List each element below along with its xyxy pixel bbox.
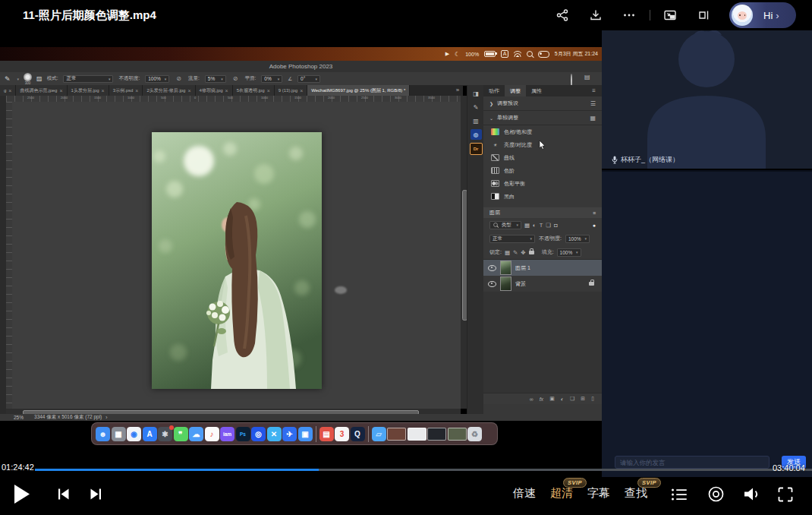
grid-view-icon[interactable]: ▦ (590, 115, 596, 122)
photo-document[interactable] (152, 132, 322, 389)
adjustment-item[interactable]: 黑白 (483, 190, 602, 203)
layer-row[interactable]: 图层 1 (483, 260, 602, 276)
ps-document-tab[interactable]: 5衣服透明.jpg× (233, 85, 275, 96)
ps-document-tab[interactable]: 曲线调色示范.jpeg× (16, 85, 67, 96)
subtitle-button[interactable]: 字幕 (587, 486, 610, 501)
participant-video-area[interactable] (602, 30, 812, 169)
tab-close-icon[interactable]: × (225, 88, 228, 93)
quality-button[interactable]: 超清SVIP (550, 486, 573, 501)
tab-close-icon[interactable]: × (59, 88, 62, 93)
input-source[interactable]: A (501, 47, 508, 61)
toggle-brush-panel-icon[interactable]: ▨ (36, 75, 42, 82)
dock-trash[interactable]: ♻ (467, 427, 482, 441)
speed-button[interactable]: 倍速 (513, 486, 536, 501)
dock-launchpad[interactable]: ▦ (112, 427, 126, 441)
chat-input[interactable] (615, 456, 770, 469)
zoom-level[interactable]: 25% (14, 415, 24, 420)
screen-record-icon[interactable]: ▶ (445, 47, 449, 61)
menubar-clock[interactable]: 5月3日 周五 21:24 (555, 47, 598, 61)
dock-red-app[interactable]: ▤ (319, 427, 334, 441)
option-value-select[interactable]: 0%▾ (261, 75, 282, 83)
tab-close-icon[interactable]: × (135, 88, 138, 93)
dock-window-photo-1[interactable] (387, 428, 406, 441)
tab-close-icon[interactable]: × (8, 88, 11, 93)
progress-bar[interactable] (35, 469, 812, 471)
dock-x-app[interactable]: ✕ (267, 427, 282, 441)
option-value-select[interactable]: 5%▾ (205, 75, 226, 83)
tab-close-icon[interactable]: × (267, 88, 270, 93)
dock-window-photo-2[interactable] (448, 428, 467, 441)
control-center-icon[interactable] (538, 47, 549, 61)
dock-safari[interactable]: ◉ (127, 427, 141, 441)
vertical-scrollbar[interactable] (461, 96, 467, 409)
brush-tool-icon[interactable]: ✎ (5, 75, 11, 83)
lock-position-icon[interactable]: ✥ (521, 249, 525, 256)
filter-adjustment-icon[interactable]: ◐ (533, 222, 537, 229)
tab-close-icon[interactable]: × (187, 88, 190, 93)
adjustment-item[interactable]: 色彩平衡 (483, 177, 602, 190)
new-layer-icon[interactable]: ⊞ (581, 396, 585, 402)
chat-area[interactable] (602, 170, 812, 479)
dock-keynote[interactable]: ▣ (298, 427, 313, 441)
dock-app-store[interactable]: A (143, 427, 157, 441)
filter-type-icon[interactable]: T (540, 222, 543, 229)
dock-system-settings[interactable]: ✱ (158, 427, 172, 441)
adjustment-item[interactable]: 曲线 (483, 151, 602, 164)
dock-iam-app[interactable]: iam (220, 427, 234, 441)
single-adjust-row[interactable]: ⌄ 单独调整 ▦ (483, 111, 602, 125)
camera-raw-icon[interactable]: ◍ (471, 129, 482, 140)
horizontal-scrollbar[interactable] (6, 409, 461, 414)
panel-tab-调整[interactable]: 调整 (505, 85, 526, 96)
ps-document-tab[interactable]: g× (0, 85, 16, 96)
dock-folder[interactable]: ▱ (372, 427, 386, 441)
lock-transparent-icon[interactable]: ▦ (505, 249, 510, 256)
account-button[interactable]: Hi › (729, 2, 796, 28)
moon-icon[interactable]: ☾ (455, 47, 460, 61)
filter-shape-icon[interactable]: ❏ (546, 222, 551, 229)
dock-target-app[interactable]: ◎ (251, 427, 266, 441)
ps-document-tab[interactable]: 4修瑕疵.jpg× (196, 85, 233, 96)
tab-close-icon[interactable]: × (102, 88, 105, 93)
dock-music-app[interactable]: ♪ (205, 427, 219, 441)
panel-menu-icon[interactable]: ≡ (592, 87, 602, 94)
workspace-switcher-icon[interactable]: ▤ (584, 74, 590, 81)
list-view-icon[interactable]: ☰ (590, 100, 596, 107)
link-layers-icon[interactable]: ∞ (530, 397, 533, 402)
visibility-eye-icon[interactable] (488, 265, 496, 271)
lock-all-icon[interactable] (529, 250, 534, 255)
dock-photoshop[interactable]: Ps (236, 427, 250, 441)
opacity-select[interactable]: 100%▾ (565, 235, 590, 243)
pip-icon[interactable] (663, 8, 677, 22)
fullscreen-icon[interactable] (778, 487, 793, 502)
dock-window-light[interactable] (408, 428, 426, 441)
filter-smart-icon[interactable]: ◘ (554, 222, 558, 229)
layer-group-icon[interactable]: ❏ (570, 396, 574, 402)
more-options-icon[interactable] (622, 8, 636, 22)
panel-tab-动作[interactable]: 动作 (483, 85, 505, 96)
download-icon[interactable] (589, 8, 603, 22)
adjustment-item[interactable]: 色相/饱和度 (483, 125, 602, 138)
visibility-eye-icon[interactable] (488, 281, 496, 287)
levels-panel-icon[interactable]: ▥ (471, 115, 482, 126)
ps-document-tab[interactable]: WechatIMG8697.jpg @ 25% (图层 1, RGB/8) * (307, 85, 410, 96)
fill-select[interactable]: 100%▾ (557, 248, 581, 257)
previous-button[interactable] (58, 488, 70, 500)
ps-canvas[interactable] (12, 102, 461, 409)
adjust-presets-row[interactable]: ❯ 调整预设 ☰ (483, 96, 602, 111)
dock-search-app[interactable]: Q (351, 427, 365, 441)
collapse-panel-icon[interactable] (697, 8, 710, 22)
ps-document-tab[interactable]: 2头发分层-修后.jpg× (143, 85, 195, 96)
filter-toggle-icon[interactable]: ● (593, 223, 596, 228)
next-button[interactable] (90, 488, 102, 500)
history-icon[interactable]: ◨ (471, 88, 482, 99)
layer-mask-icon[interactable]: ▣ (549, 396, 555, 402)
lock-pixels-icon[interactable]: ✎ (513, 249, 518, 256)
ps-document-tab[interactable]: 3示例.psd× (109, 85, 143, 96)
brush-settings-icon[interactable]: ✎ (471, 102, 482, 112)
airbrush-icon[interactable]: ⊘ (176, 75, 181, 82)
adjustment-layer-icon[interactable]: ◐ (561, 397, 564, 402)
record-icon[interactable] (707, 485, 725, 503)
dock-plane-app[interactable]: ✈ (282, 427, 297, 441)
adjustment-item[interactable]: 色阶 (483, 164, 602, 177)
option-value-select[interactable]: 100%▾ (145, 75, 169, 83)
